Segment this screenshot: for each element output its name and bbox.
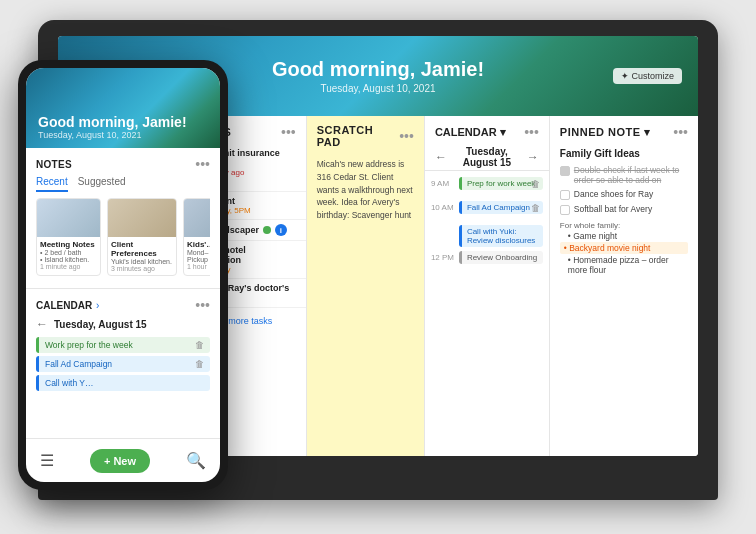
cal-event-1-delete[interactable]: 🗑 (531, 179, 540, 189)
mobile-device: Good morning, Jamie! Tuesday, August 10,… (18, 60, 228, 490)
mobile-cal-title: CALENDAR (36, 300, 92, 311)
mobile-note-1-time: 1 minute ago (40, 263, 97, 270)
pinned-item-3: Softball bat for Avery (560, 202, 688, 217)
cal-event-row-1: 9 AM Prep for work week 🗑 (425, 175, 549, 199)
pinned-item-checked-1: Double check if last week to order so ab… (560, 163, 688, 187)
pinned-note-dots[interactable]: ••• (673, 124, 688, 140)
calendar-panel-header: CALENDAR ▾ ••• (425, 116, 549, 144)
mobile-note-1-sub: • 2 bed / bath• Island kitchen. (40, 249, 97, 263)
mobile-cal-event-2-icon: 🗑 (195, 359, 204, 369)
mobile-bottom-bar: ☰ + New 🔍 (26, 438, 220, 482)
mobile-note-card-2[interactable]: Client Preferences Yuki's ideal kitchen.… (107, 198, 177, 276)
mobile-body: NOTES ••• Recent Suggested Meeting Notes… (26, 148, 220, 438)
pinned-item-2: Dance shoes for Ray (560, 187, 688, 202)
pinned-item-2-text: Dance shoes for Ray (574, 189, 653, 199)
mobile-cal-event-3[interactable]: Call with Y… (36, 375, 210, 391)
calendar-panel-title: CALENDAR ▾ (435, 126, 506, 139)
pinned-note-panel: PINNED NOTE ▾ ••• Family Gift Ideas Doub… (549, 116, 698, 456)
cal-prev-button[interactable]: ← (435, 150, 447, 164)
mobile-note-card-3[interactable]: Kids'… Mond– Ray– Pickup 1 hour (183, 198, 210, 276)
mobile-cal-event-2-title: Fall Ad Campaign (45, 359, 112, 369)
calendar-body: 9 AM Prep for work week 🗑 10 AM Fall Ad … (425, 171, 549, 456)
calendar-panel-dots[interactable]: ••• (524, 124, 539, 140)
cal-time-3 (431, 225, 459, 227)
mobile-header: Good morning, Jamie! Tuesday, August 10,… (26, 68, 220, 148)
mobile-cal-date: Tuesday, August 15 (54, 319, 147, 330)
mobile-note-3-time: 1 hour (187, 263, 210, 270)
mobile-note-card-3-body: Kids'… Mond– Ray– Pickup 1 hour (184, 237, 210, 273)
scratch-panel-title: SCRATCH PAD (317, 124, 399, 148)
mobile-cal-events: Work prep for the week 🗑 Fall Ad Campaig… (36, 337, 210, 391)
cal-next-button[interactable]: → (527, 150, 539, 164)
pinned-note-note-title: Family Gift Ideas (560, 148, 688, 159)
mobile-notes-dots[interactable]: ••• (195, 156, 210, 172)
mobile-cal-prev[interactable]: ← (36, 317, 48, 331)
mobile-header-overlay: Good morning, Jamie! Tuesday, August 10,… (38, 114, 187, 140)
mobile-cal-event-1-icon: 🗑 (195, 340, 204, 350)
mobile-cal-event-3-title: Call with Y… (45, 378, 94, 388)
pinned-check-3[interactable] (560, 205, 570, 215)
mobile-notes-row: Meeting Notes • 2 bed / bath• Island kit… (36, 198, 210, 280)
mobile-tab-recent[interactable]: Recent (36, 176, 68, 192)
mobile-cal-event-2[interactable]: Fall Ad Campaign 🗑 (36, 356, 210, 372)
mobile-divider-1 (26, 288, 220, 289)
mobile-tab-suggested[interactable]: Suggested (78, 176, 126, 192)
pinned-checked-text-1: Double check if last week to order so ab… (574, 165, 688, 185)
greeting-text: Good morning, Jamie! (272, 58, 484, 81)
pinned-check-2[interactable] (560, 190, 570, 200)
scratch-panel-dots[interactable]: ••• (399, 128, 414, 144)
pinned-note-title-label: PINNED NOTE ▾ (560, 126, 651, 139)
mobile-notes-tabs: Recent Suggested (36, 176, 210, 192)
header-greeting-block: Good morning, Jamie! Tuesday, August 10,… (272, 58, 484, 94)
mobile-cal-event-1-title: Work prep for the week (45, 340, 133, 350)
scratch-panel-header: SCRATCH PAD ••• (307, 116, 424, 152)
pinned-note-header: PINNED NOTE ▾ ••• (550, 116, 698, 144)
mobile-calendar-section: CALENDAR › ••• ← Tuesday, August 15 Work… (26, 293, 220, 395)
mobile-note-card-1-img (37, 199, 100, 237)
mobile-note-3-title: Kids'… (187, 240, 210, 249)
cal-event-row-3: Call with Yuki: Review disclosures (425, 223, 549, 249)
scratch-panel: SCRATCH PAD ••• Micah's new address is 3… (307, 116, 425, 456)
mobile-date: Tuesday, August 10, 2021 (38, 130, 187, 140)
mobile-screen: Good morning, Jamie! Tuesday, August 10,… (26, 68, 220, 482)
pinned-check-1[interactable] (560, 166, 570, 176)
calendar-panel: CALENDAR ▾ ••• ← Tuesday, August 15 → 9 … (425, 116, 549, 456)
mobile-note-card-2-body: Client Preferences Yuki's ideal kitchen.… (108, 237, 176, 275)
customize-button[interactable]: ✦ Customize (613, 68, 682, 84)
cal-event-4[interactable]: Review Onboarding (459, 251, 543, 264)
mobile-note-card-2-img (108, 199, 176, 237)
cal-event-3[interactable]: Call with Yuki: Review disclosures (459, 225, 543, 247)
mobile-cal-header: CALENDAR › ••• (36, 297, 210, 313)
mobile-cal-date-row: ← Tuesday, August 15 (36, 317, 210, 331)
cal-event-row-4: 12 PM Review Onboarding (425, 249, 549, 273)
cal-event-1[interactable]: Prep for work week 🗑 (459, 177, 543, 190)
mobile-menu-icon[interactable]: ☰ (40, 451, 54, 470)
mobile-cal-dots[interactable]: ••• (195, 297, 210, 313)
tasks-panel-dots[interactable]: ••• (281, 124, 296, 140)
mobile-new-button[interactable]: + New (90, 449, 150, 473)
mobile-notes-section: NOTES ••• Recent Suggested Meeting Notes… (26, 148, 220, 284)
mobile-note-card-1-body: Meeting Notes • 2 bed / bath• Island kit… (37, 237, 100, 273)
mobile-cal-event-1[interactable]: Work prep for the week 🗑 (36, 337, 210, 353)
calendar-nav: ← Tuesday, August 15 → (425, 144, 549, 171)
scratch-content[interactable]: Micah's new address is 316 Cedar St. Cli… (307, 152, 424, 228)
cal-date-label: Tuesday, August 15 (455, 146, 519, 168)
mobile-note-1-title: Meeting Notes (40, 240, 97, 249)
cal-event-2-delete[interactable]: 🗑 (531, 203, 540, 213)
greeting-block: Good morning, Jamie! Tuesday, August 10,… (272, 58, 484, 94)
mobile-note-2-sub: Yuki's ideal kitchen. (111, 258, 173, 265)
pinned-bullet-1: • Game night (560, 230, 688, 242)
pinned-item-3-text: Softball bat for Avery (574, 204, 652, 214)
mobile-search-icon[interactable]: 🔍 (186, 451, 206, 470)
task-3-dot (263, 226, 271, 234)
pinned-section-label: For whole family: (560, 221, 688, 230)
mobile-cal-arrow[interactable]: › (96, 300, 99, 311)
pinned-bullet-3: • Homemade pizza – order more flour (560, 254, 688, 276)
mobile-note-2-time: 3 minutes ago (111, 265, 173, 272)
cal-time-4: 12 PM (431, 251, 459, 262)
mobile-greeting: Good morning, Jamie! (38, 114, 187, 130)
mobile-notes-header: NOTES ••• (36, 156, 210, 172)
pinned-bullet-2: • Backyard movie night (560, 242, 688, 254)
mobile-note-card-1[interactable]: Meeting Notes • 2 bed / bath• Island kit… (36, 198, 101, 276)
cal-event-2[interactable]: Fall Ad Campaign 🗑 (459, 201, 543, 214)
